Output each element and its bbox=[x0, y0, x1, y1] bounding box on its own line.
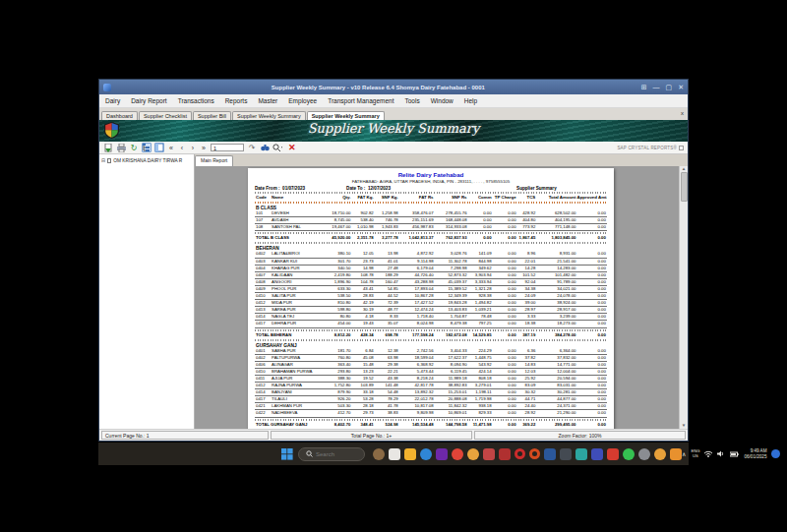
word-icon[interactable] bbox=[544, 448, 556, 460]
menu-item-window[interactable]: Window bbox=[431, 97, 454, 104]
youtube-icon[interactable] bbox=[607, 448, 619, 460]
table-row: 0410SALITA PUR538.5028.8344.5210,867.281… bbox=[255, 293, 607, 300]
summary-label: Supplier Summary bbox=[466, 186, 607, 191]
zoom-icon[interactable] bbox=[272, 143, 282, 152]
chrome-beta-icon[interactable] bbox=[467, 448, 479, 460]
table-cell: 0.00 bbox=[576, 383, 606, 388]
separator bbox=[255, 419, 607, 421]
table-cell: 17,622.37 bbox=[435, 355, 468, 361]
brand-expand-icon[interactable] bbox=[679, 146, 684, 150]
menu-item-tools[interactable]: Tools bbox=[405, 97, 420, 104]
close-report-icon[interactable]: ✕ bbox=[288, 143, 296, 152]
mail-app-icon[interactable] bbox=[389, 448, 400, 460]
table-cell: 0.00 bbox=[493, 410, 517, 416]
tab-dashboard[interactable]: Dashboard bbox=[101, 111, 138, 120]
table-cell: 829.33 bbox=[468, 410, 493, 416]
total-label: TOTAL GURSAHAY GANJ bbox=[255, 422, 324, 428]
menu-item-reports[interactable]: Reports bbox=[225, 97, 248, 104]
menu-item-dairy[interactable]: Dairy bbox=[105, 97, 120, 104]
search-input[interactable] bbox=[316, 451, 357, 457]
netflix-icon[interactable] bbox=[436, 448, 448, 460]
print-icon[interactable] bbox=[116, 143, 126, 152]
vertical-scrollbar[interactable]: ▲ ▼ bbox=[679, 166, 688, 429]
menu-item-master[interactable]: Master bbox=[258, 97, 277, 104]
group-tree-toggle-icon[interactable] bbox=[142, 143, 151, 152]
table-cell: 188.29 bbox=[375, 272, 399, 278]
anydesk-icon[interactable] bbox=[575, 448, 587, 460]
taskbar-search[interactable] bbox=[298, 447, 365, 461]
prev-page-button[interactable]: ‹ bbox=[178, 145, 186, 151]
battery-icon[interactable] bbox=[730, 451, 739, 457]
tab-main-report[interactable]: Main Report bbox=[195, 155, 233, 166]
scrollbar-thumb[interactable] bbox=[681, 172, 688, 202]
report-table: CodeNameQty.FAT Kg.SNF Kg.FAT RsSNF RsCo… bbox=[255, 195, 607, 429]
table-cell: 0.00 bbox=[493, 396, 517, 402]
dairy-app-icon[interactable] bbox=[670, 448, 682, 460]
export-icon[interactable] bbox=[103, 143, 113, 152]
settings-gear-icon[interactable] bbox=[638, 448, 650, 460]
tray-date: 06/01/2025 bbox=[744, 454, 766, 459]
collapse-icon[interactable]: ⊟ bbox=[101, 157, 105, 163]
language-indicator[interactable]: ENGUS bbox=[691, 449, 699, 458]
filemanager-icon[interactable] bbox=[591, 448, 603, 460]
edge-icon[interactable] bbox=[420, 448, 432, 460]
coin-app-icon[interactable] bbox=[654, 448, 666, 460]
volume-icon[interactable] bbox=[717, 450, 725, 457]
tray-chevron-icon[interactable]: ∧ bbox=[682, 450, 686, 457]
opera-icon[interactable] bbox=[515, 448, 525, 459]
whatsapp-icon[interactable] bbox=[623, 448, 635, 460]
table-cell: 12.38 bbox=[375, 348, 399, 354]
maximize-button[interactable]: ▢ bbox=[666, 84, 673, 90]
total-label: TOTAL BEHERAN bbox=[255, 332, 324, 338]
minimize-button[interactable]: — bbox=[653, 84, 660, 90]
table-row: 107AVDASH8,745.00538.40746.78235,151.691… bbox=[255, 217, 607, 224]
folder-icon[interactable] bbox=[404, 448, 416, 460]
table-cell: 10,869.01 bbox=[435, 410, 468, 416]
tab-supplier-checklist[interactable]: Supplier Checklist bbox=[139, 111, 192, 120]
find-binoculars-icon[interactable] bbox=[260, 143, 270, 152]
clock[interactable]: 9:49 AM 06/01/2025 bbox=[744, 448, 766, 459]
page-number-input[interactable]: 1 bbox=[211, 144, 244, 151]
tab-supplier-weekly-summary[interactable]: Supplier Weekly Summary bbox=[232, 111, 306, 120]
menu-item-employee[interactable]: Employee bbox=[288, 97, 317, 104]
tabstrip-close-icon[interactable]: x bbox=[681, 110, 684, 116]
remote-desktop-icon[interactable] bbox=[560, 448, 572, 460]
total-cell: 387.19 bbox=[517, 332, 537, 338]
grid-icon[interactable]: ⊞ bbox=[641, 84, 647, 90]
chrome-icon[interactable] bbox=[452, 448, 463, 460]
next-page-button[interactable]: › bbox=[189, 145, 197, 151]
table-row: 0414BANJYANI879.9033.1854.4813,892.3215,… bbox=[255, 389, 607, 396]
table-row: 0407KALIDAAN2,419.80108.78188.2944,726.4… bbox=[255, 272, 607, 279]
avatar-icon[interactable] bbox=[373, 448, 385, 460]
table-cell: 12,349.39 bbox=[435, 293, 468, 299]
first-page-button[interactable]: « bbox=[167, 145, 175, 151]
last-page-button[interactable]: » bbox=[200, 145, 208, 151]
opera-gx-icon[interactable] bbox=[529, 448, 540, 459]
menu-item-help[interactable]: Help bbox=[464, 97, 477, 104]
start-button[interactable] bbox=[281, 448, 293, 460]
group-tree-node[interactable]: ⊟ OM KRISHANA DAIRY TIRWA R bbox=[99, 154, 195, 166]
table-cell: 91,789.00 bbox=[536, 279, 576, 285]
table-cell: 19.43 bbox=[351, 321, 374, 326]
column-header: FAT Kg. bbox=[351, 195, 374, 201]
parameter-panel-icon[interactable] bbox=[154, 143, 164, 152]
group-tree-panel[interactable] bbox=[99, 166, 195, 429]
tab-supplier-bill[interactable]: Supplier Bill bbox=[193, 111, 231, 120]
table-cell: 30.19 bbox=[351, 307, 374, 313]
refresh-icon[interactable]: ↻ bbox=[129, 143, 139, 152]
wifi-icon[interactable] bbox=[704, 450, 712, 457]
table-cell: 0.00 bbox=[468, 217, 493, 223]
table-cell: 543.92 bbox=[468, 362, 493, 368]
tab-supplier-weekly-summary[interactable]: Supplier Weekly Summary bbox=[307, 111, 385, 120]
table-cell: 538.40 bbox=[351, 217, 374, 223]
media-app-icon[interactable] bbox=[499, 448, 511, 460]
close-button[interactable]: ✕ bbox=[678, 84, 684, 90]
menu-item-transport-management[interactable]: Transport Management bbox=[328, 97, 394, 104]
menu-item-dairy-report[interactable]: Dairy Report bbox=[131, 97, 166, 104]
photos-app-icon[interactable] bbox=[483, 448, 495, 460]
notification-badge[interactable] bbox=[771, 449, 780, 458]
menu-item-transactions[interactable]: Transactions bbox=[178, 97, 214, 104]
table-cell: 0.00 bbox=[576, 348, 606, 354]
table-cell: 12.03 bbox=[517, 369, 537, 375]
go-to-page-icon[interactable]: ↷ bbox=[247, 143, 257, 152]
